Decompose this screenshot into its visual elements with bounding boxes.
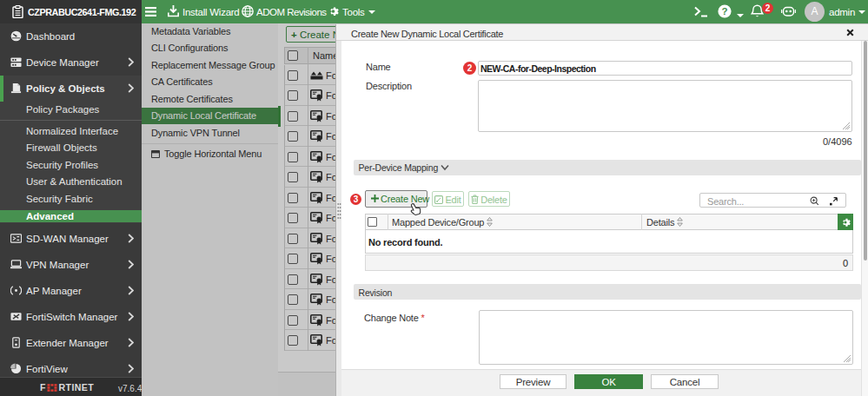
svg-text:F: F xyxy=(40,384,46,392)
svg-text:?: ? xyxy=(721,6,727,16)
svg-text:RTINET: RTINET xyxy=(59,384,95,392)
